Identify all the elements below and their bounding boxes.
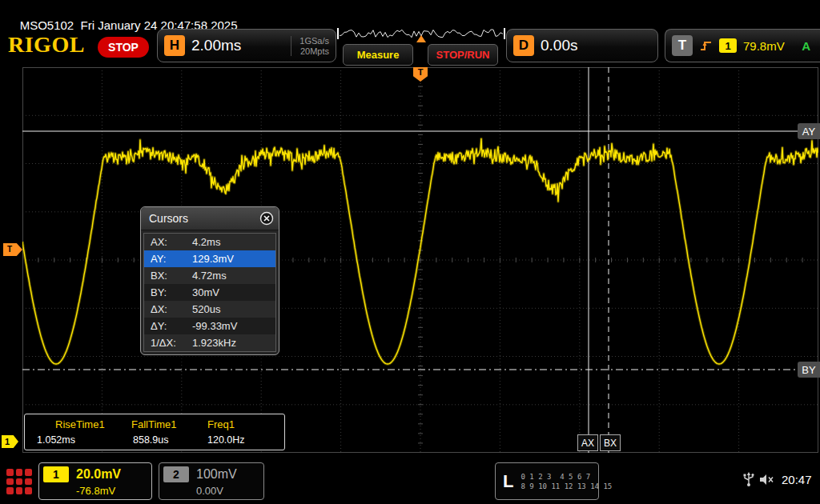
delay-settings-box[interactable]: D 0.00s	[506, 29, 658, 62]
measurement-panel[interactable]: RiseTime1 FallTime1 Freq1 1.052ms 858.9u…	[24, 414, 285, 450]
cursor-row-dy[interactable]: ΔY: -99.33mV	[144, 318, 275, 334]
channel1-badge: 1	[43, 466, 69, 482]
acquisition-info: 1GSa/s 20Mpts	[291, 36, 329, 56]
channel1-offset: -76.8mV	[76, 485, 115, 497]
cursor-row-ax[interactable]: AX: 4.2ms	[144, 234, 275, 250]
cursor-bx-tag[interactable]: BX	[600, 434, 621, 451]
measurement-value-freq: 120.0Hz	[207, 434, 245, 446]
measurement-value-falltime: 858.9us	[133, 434, 168, 446]
run-state-badge[interactable]: STOP	[98, 37, 149, 58]
memory-depth: 20Mpts	[300, 46, 329, 56]
digital-channel-numbers: 0 1 2 3 4 5 6 7 8 9 10 11 12 13 14 15	[521, 473, 612, 490]
channel1-box[interactable]: 1 20.0mV -76.8mV	[38, 462, 152, 500]
cursor-by-tag[interactable]: BY	[798, 362, 820, 378]
close-icon[interactable]	[259, 211, 274, 226]
trigger-level-marker[interactable]: T	[3, 243, 22, 256]
cursor-ay-tag[interactable]: AY	[798, 123, 820, 139]
channel1-scale: 20.0mV	[76, 467, 121, 482]
speaker-muted-icon[interactable]	[759, 474, 775, 486]
measurement-name-freq: Freq1	[207, 418, 235, 430]
trigger-sweep-mode: A	[802, 39, 814, 53]
trigger-settings-box[interactable]: T 1 79.8mV A	[665, 29, 820, 62]
cursors-dialog-title: Cursors	[149, 212, 188, 225]
cursors-dialog-body: AX: 4.2ms AY: 129.3mV BX: 4.72ms BY: 30m…	[143, 233, 276, 352]
cursor-row-dx[interactable]: ΔX: 520us	[144, 301, 275, 318]
channel2-box[interactable]: 2 100mV 0.00V	[159, 462, 264, 500]
digital-channels-box[interactable]: L 0 1 2 3 4 5 6 7 8 9 10 11 12 13 14 15	[495, 462, 599, 500]
sample-rate: 1GSa/s	[299, 36, 329, 46]
cursors-dialog-titlebar[interactable]: Cursors	[141, 207, 279, 230]
cursor-ax-tag[interactable]: AX	[577, 434, 598, 451]
channel2-scale: 100mV	[196, 467, 237, 482]
trigger-level-value: 79.8mV	[743, 39, 785, 53]
cursor-row-ay[interactable]: AY: 129.3mV	[144, 250, 275, 267]
measurement-name-risetime: RiseTime1	[55, 418, 105, 430]
clock: 20:47	[782, 473, 812, 486]
channel2-offset: 0.00V	[196, 485, 223, 497]
memory-position-strip[interactable]	[336, 27, 506, 42]
horizontal-settings-box[interactable]: H 2.00ms 1GSa/s 20Mpts	[157, 29, 336, 62]
trigger-t-icon: T	[672, 35, 693, 56]
horizontal-h-icon: H	[164, 35, 185, 56]
timebase-value: 2.00ms	[191, 37, 241, 54]
ch1-ground-marker[interactable]: 1	[2, 435, 18, 448]
measurement-name-falltime: FallTime1	[131, 418, 177, 430]
delay-value: 0.00s	[541, 37, 577, 54]
measurement-value-risetime: 1.052ms	[37, 434, 75, 446]
cursor-row-inv-dx[interactable]: 1/ΔX: 1.923kHz	[144, 334, 275, 351]
menu-grid-icon[interactable]	[6, 469, 32, 494]
cursors-dialog: Cursors AX: 4.2ms AY: 129.3mV BX: 4.72ms	[140, 206, 279, 355]
usb-icon	[742, 471, 756, 487]
oscilloscope-screen: MSO5102 Fri January 24 20:47:58 2025 RIG…	[0, 0, 820, 504]
trigger-source-badge: 1	[719, 38, 737, 53]
cursor-row-by[interactable]: BY: 30mV	[144, 284, 275, 301]
measure-button[interactable]: Measure	[343, 44, 413, 66]
trigger-slope-icon	[699, 38, 713, 53]
delay-d-icon: D	[513, 35, 534, 56]
digital-l-label: L	[503, 471, 513, 492]
stop-run-button[interactable]: STOP/RUN	[428, 44, 498, 66]
channel2-badge: 2	[163, 466, 189, 482]
rigol-logo: RIGOL	[8, 32, 85, 58]
cursor-row-bx[interactable]: BX: 4.72ms	[144, 267, 275, 284]
